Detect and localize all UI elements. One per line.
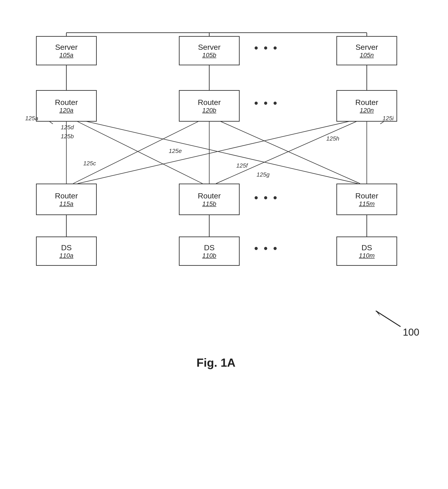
server-105n: Server 105n [336, 36, 397, 65]
label-125d: 125d [61, 124, 74, 131]
router-120a: Router 120a [36, 90, 97, 122]
dots-routers-top: • • • [254, 97, 278, 109]
svg-marker-20 [376, 311, 380, 316]
ds-110m: DS 110m [336, 237, 397, 266]
label-125e: 125e [169, 148, 182, 155]
label-125g: 125g [256, 171, 270, 178]
label-125h: 125h [326, 135, 339, 142]
diagram-container: Server 105a Server 105b • • • Server 105… [14, 14, 434, 441]
label-125c: 125c [83, 160, 96, 167]
ds-110b: DS 110b [179, 237, 240, 266]
label-125b: 125b [61, 133, 74, 140]
svg-line-12 [216, 119, 360, 183]
connections-svg [14, 14, 434, 441]
server-105a: Server 105a [36, 36, 97, 65]
label-125a: 125a [25, 115, 38, 122]
dots-ds: • • • [254, 242, 278, 255]
figure-number: 100 [403, 327, 419, 338]
label-125i: 125i [383, 115, 393, 122]
router-120b: Router 120b [179, 90, 240, 122]
fig-caption: Fig. 1A [160, 356, 272, 369]
svg-line-8 [73, 119, 202, 183]
svg-line-19 [376, 311, 400, 327]
label-125f: 125f [236, 162, 248, 169]
dots-servers: • • • [254, 42, 278, 54]
router-115m: Router 115m [336, 183, 397, 215]
dots-routers-mid: • • • [254, 191, 278, 204]
svg-line-10 [73, 119, 202, 183]
svg-line-14 [216, 119, 361, 183]
router-115a: Router 115a [36, 183, 97, 215]
router-115b: Router 115b [179, 183, 240, 215]
ds-110a: DS 110a [36, 237, 97, 266]
svg-line-13 [78, 119, 358, 183]
server-105b: Server 105b [179, 36, 240, 65]
svg-line-9 [78, 119, 358, 183]
